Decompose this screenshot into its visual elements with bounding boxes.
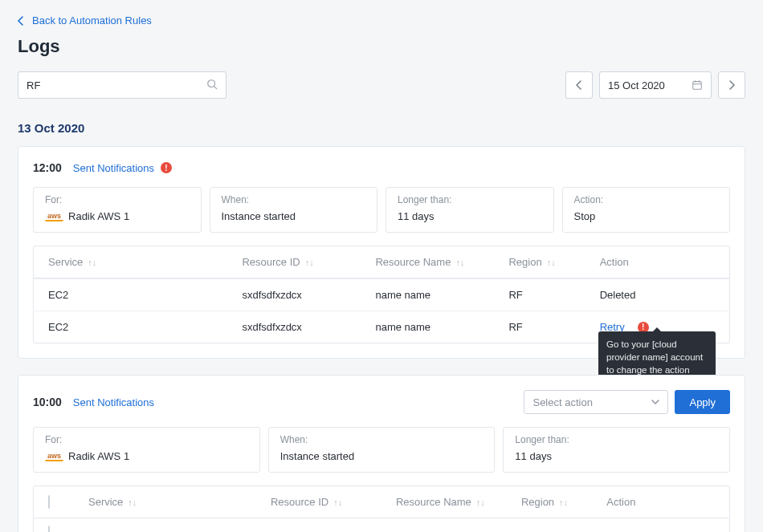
info-label: Action:	[574, 194, 719, 205]
cell-resource-name: name name	[375, 289, 508, 301]
search-input[interactable]	[27, 79, 206, 91]
search-box[interactable]	[18, 71, 226, 99]
aws-icon: aws	[45, 452, 63, 461]
select-action-dropdown[interactable]: Select action	[524, 390, 668, 414]
cell-resource-name: name name	[375, 321, 508, 333]
date-next-button[interactable]	[718, 71, 745, 99]
cell-resource-id: sxdfsdfxzdcx	[242, 321, 375, 333]
col-action: Action	[606, 496, 715, 508]
log-card: 10:00 Sent Notifications Select action A…	[18, 375, 745, 532]
col-resource-id[interactable]: Resource ID↑↓	[271, 496, 396, 508]
sort-icon: ↑↓	[476, 497, 485, 507]
col-resource-name[interactable]: Resource Name↑↓	[375, 256, 508, 268]
sort-icon: ↑↓	[128, 497, 137, 507]
sort-icon: ↑↓	[333, 497, 342, 507]
sent-notifications-link[interactable]: Sent Notifications	[73, 162, 154, 174]
info-when: When: Instance started	[268, 427, 496, 473]
info-label: When:	[222, 194, 366, 205]
info-value: Stop	[574, 210, 719, 222]
alert-icon: !	[161, 162, 172, 173]
log-table: Service↑↓ Resource ID↑↓ Resource Name↑↓ …	[33, 246, 730, 343]
info-longer-than: Longer than: 11 days	[503, 427, 730, 473]
info-value: Instance started	[222, 210, 366, 222]
cell-action: Deleted	[600, 289, 715, 301]
cell-service: EC2	[48, 321, 242, 333]
cell-region: RF	[508, 289, 599, 301]
table-row: EC2 sxdfsdfxzdcx name name RF Deleted	[34, 278, 729, 311]
svg-point-0	[208, 79, 215, 87]
table-row	[33, 518, 730, 532]
col-service[interactable]: Service↑↓	[48, 256, 242, 268]
sort-icon: ↑↓	[559, 497, 568, 507]
chevron-left-icon	[18, 16, 24, 26]
date-picker[interactable]: 15 Oct 2020	[599, 71, 712, 99]
col-region[interactable]: Region↑↓	[508, 256, 599, 268]
chevron-left-icon	[576, 80, 582, 90]
log-table-header: Service↑↓ Resource ID↑↓ Resource Name↑↓ …	[33, 485, 730, 518]
sort-icon: ↑↓	[305, 258, 314, 267]
col-resource-name[interactable]: Resource Name↑↓	[396, 496, 521, 508]
log-time: 10:00	[33, 396, 62, 408]
col-service[interactable]: Service↑↓	[88, 496, 271, 508]
search-icon	[206, 79, 218, 92]
info-label: For:	[45, 434, 248, 445]
log-time: 12:00	[33, 161, 62, 174]
date-picker-value: 15 Oct 2020	[608, 79, 665, 91]
cell-resource-id: sxdfsdfxzdcx	[242, 289, 375, 301]
log-group-date: 13 Oct 2020	[18, 121, 745, 135]
info-longer-than: Longer than: 11 days	[386, 187, 554, 233]
info-value: 11 days	[398, 210, 542, 222]
date-prev-button[interactable]	[565, 71, 593, 99]
chevron-down-icon	[651, 400, 659, 404]
sort-icon: ↑↓	[547, 258, 556, 267]
select-placeholder: Select action	[532, 396, 592, 408]
info-value: Instance started	[280, 450, 484, 462]
cell-service: EC2	[48, 289, 242, 301]
col-action: Action	[600, 256, 715, 268]
info-label: When:	[280, 434, 484, 445]
sort-icon: ↑↓	[455, 258, 464, 267]
back-link-label: Back to Automation Rules	[32, 14, 152, 26]
col-region[interactable]: Region↑↓	[521, 496, 606, 508]
chevron-right-icon	[728, 80, 735, 90]
aws-icon: aws	[45, 212, 63, 221]
cell-region: RF	[508, 321, 599, 333]
sort-icon: ↑↓	[88, 258, 96, 267]
row-checkbox[interactable]	[48, 526, 50, 532]
page-title: Logs	[18, 36, 745, 57]
back-to-rules-link[interactable]: Back to Automation Rules	[18, 14, 152, 26]
info-value: Radik AWS 1	[68, 450, 129, 462]
info-for: For: aws Radik AWS 1	[33, 187, 202, 233]
info-for: For: aws Radik AWS 1	[33, 427, 260, 473]
info-action: Action: Stop	[562, 187, 731, 233]
info-when: When: Instance started	[210, 187, 378, 233]
info-label: Longer than:	[398, 194, 542, 205]
sent-notifications-link[interactable]: Sent Notifications	[73, 396, 154, 408]
info-label: For:	[45, 194, 190, 205]
info-value: Radik AWS 1	[68, 210, 129, 222]
info-value: 11 days	[515, 450, 718, 462]
svg-line-1	[214, 86, 217, 88]
log-card: 12:00 Sent Notifications ! For: aws Radi…	[18, 146, 745, 359]
info-label: Longer than:	[515, 434, 718, 445]
calendar-icon	[692, 79, 703, 91]
select-all-checkbox[interactable]	[48, 495, 50, 509]
col-resource-id[interactable]: Resource ID↑↓	[242, 256, 375, 268]
svg-rect-2	[693, 82, 702, 90]
apply-button[interactable]: Apply	[675, 390, 730, 414]
